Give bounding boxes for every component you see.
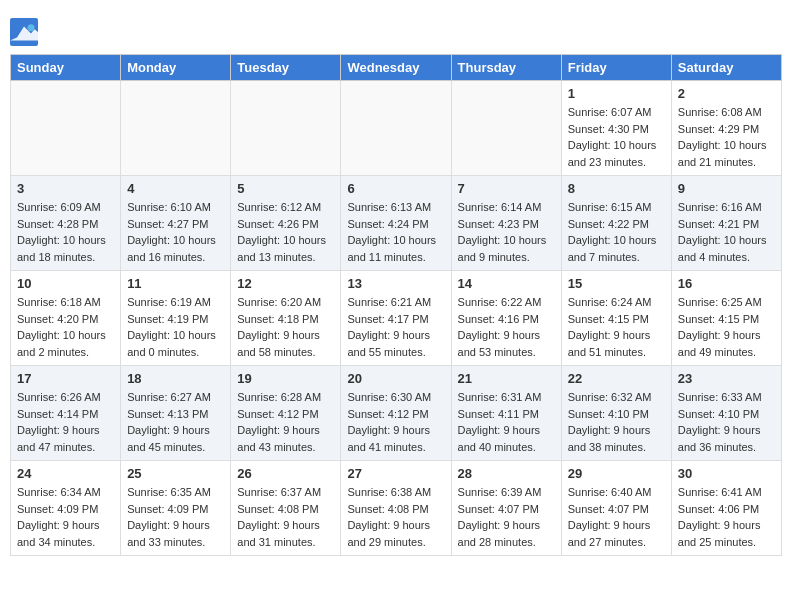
day-info: Sunrise: 6:33 AM Sunset: 4:10 PM Dayligh… [678, 389, 775, 455]
day-info: Sunrise: 6:30 AM Sunset: 4:12 PM Dayligh… [347, 389, 444, 455]
day-info: Sunrise: 6:41 AM Sunset: 4:06 PM Dayligh… [678, 484, 775, 550]
day-number: 2 [678, 86, 775, 101]
day-info: Sunrise: 6:15 AM Sunset: 4:22 PM Dayligh… [568, 199, 665, 265]
day-info: Sunrise: 6:12 AM Sunset: 4:26 PM Dayligh… [237, 199, 334, 265]
day-cell: 6Sunrise: 6:13 AM Sunset: 4:24 PM Daylig… [341, 176, 451, 271]
day-number: 16 [678, 276, 775, 291]
day-number: 19 [237, 371, 334, 386]
day-info: Sunrise: 6:40 AM Sunset: 4:07 PM Dayligh… [568, 484, 665, 550]
day-number: 27 [347, 466, 444, 481]
day-info: Sunrise: 6:21 AM Sunset: 4:17 PM Dayligh… [347, 294, 444, 360]
day-number: 11 [127, 276, 224, 291]
day-cell: 3Sunrise: 6:09 AM Sunset: 4:28 PM Daylig… [11, 176, 121, 271]
day-number: 15 [568, 276, 665, 291]
day-number: 28 [458, 466, 555, 481]
day-info: Sunrise: 6:08 AM Sunset: 4:29 PM Dayligh… [678, 104, 775, 170]
header-day-sunday: Sunday [11, 55, 121, 81]
header-day-wednesday: Wednesday [341, 55, 451, 81]
day-number: 29 [568, 466, 665, 481]
day-info: Sunrise: 6:16 AM Sunset: 4:21 PM Dayligh… [678, 199, 775, 265]
header-day-saturday: Saturday [671, 55, 781, 81]
day-info: Sunrise: 6:22 AM Sunset: 4:16 PM Dayligh… [458, 294, 555, 360]
day-cell: 30Sunrise: 6:41 AM Sunset: 4:06 PM Dayli… [671, 461, 781, 556]
day-cell: 17Sunrise: 6:26 AM Sunset: 4:14 PM Dayli… [11, 366, 121, 461]
header-day-thursday: Thursday [451, 55, 561, 81]
day-number: 1 [568, 86, 665, 101]
header [10, 10, 782, 46]
day-info: Sunrise: 6:18 AM Sunset: 4:20 PM Dayligh… [17, 294, 114, 360]
day-cell: 24Sunrise: 6:34 AM Sunset: 4:09 PM Dayli… [11, 461, 121, 556]
day-cell: 28Sunrise: 6:39 AM Sunset: 4:07 PM Dayli… [451, 461, 561, 556]
day-number: 13 [347, 276, 444, 291]
day-cell: 2Sunrise: 6:08 AM Sunset: 4:29 PM Daylig… [671, 81, 781, 176]
day-cell: 11Sunrise: 6:19 AM Sunset: 4:19 PM Dayli… [121, 271, 231, 366]
day-cell: 18Sunrise: 6:27 AM Sunset: 4:13 PM Dayli… [121, 366, 231, 461]
day-info: Sunrise: 6:32 AM Sunset: 4:10 PM Dayligh… [568, 389, 665, 455]
day-info: Sunrise: 6:38 AM Sunset: 4:08 PM Dayligh… [347, 484, 444, 550]
day-number: 4 [127, 181, 224, 196]
day-number: 18 [127, 371, 224, 386]
day-info: Sunrise: 6:34 AM Sunset: 4:09 PM Dayligh… [17, 484, 114, 550]
day-info: Sunrise: 6:35 AM Sunset: 4:09 PM Dayligh… [127, 484, 224, 550]
day-number: 30 [678, 466, 775, 481]
day-cell: 8Sunrise: 6:15 AM Sunset: 4:22 PM Daylig… [561, 176, 671, 271]
day-number: 21 [458, 371, 555, 386]
day-cell: 9Sunrise: 6:16 AM Sunset: 4:21 PM Daylig… [671, 176, 781, 271]
day-cell [231, 81, 341, 176]
day-cell: 1Sunrise: 6:07 AM Sunset: 4:30 PM Daylig… [561, 81, 671, 176]
day-cell: 7Sunrise: 6:14 AM Sunset: 4:23 PM Daylig… [451, 176, 561, 271]
day-cell: 14Sunrise: 6:22 AM Sunset: 4:16 PM Dayli… [451, 271, 561, 366]
day-info: Sunrise: 6:13 AM Sunset: 4:24 PM Dayligh… [347, 199, 444, 265]
day-info: Sunrise: 6:25 AM Sunset: 4:15 PM Dayligh… [678, 294, 775, 360]
day-cell [451, 81, 561, 176]
day-number: 9 [678, 181, 775, 196]
day-info: Sunrise: 6:37 AM Sunset: 4:08 PM Dayligh… [237, 484, 334, 550]
header-day-monday: Monday [121, 55, 231, 81]
day-number: 24 [17, 466, 114, 481]
day-cell: 29Sunrise: 6:40 AM Sunset: 4:07 PM Dayli… [561, 461, 671, 556]
day-info: Sunrise: 6:31 AM Sunset: 4:11 PM Dayligh… [458, 389, 555, 455]
day-cell: 16Sunrise: 6:25 AM Sunset: 4:15 PM Dayli… [671, 271, 781, 366]
day-cell: 23Sunrise: 6:33 AM Sunset: 4:10 PM Dayli… [671, 366, 781, 461]
day-info: Sunrise: 6:20 AM Sunset: 4:18 PM Dayligh… [237, 294, 334, 360]
week-row-1: 3Sunrise: 6:09 AM Sunset: 4:28 PM Daylig… [11, 176, 782, 271]
day-number: 3 [17, 181, 114, 196]
day-cell: 19Sunrise: 6:28 AM Sunset: 4:12 PM Dayli… [231, 366, 341, 461]
day-info: Sunrise: 6:14 AM Sunset: 4:23 PM Dayligh… [458, 199, 555, 265]
day-cell [341, 81, 451, 176]
day-number: 12 [237, 276, 334, 291]
day-cell: 10Sunrise: 6:18 AM Sunset: 4:20 PM Dayli… [11, 271, 121, 366]
day-cell: 20Sunrise: 6:30 AM Sunset: 4:12 PM Dayli… [341, 366, 451, 461]
day-number: 5 [237, 181, 334, 196]
header-day-friday: Friday [561, 55, 671, 81]
day-cell: 27Sunrise: 6:38 AM Sunset: 4:08 PM Dayli… [341, 461, 451, 556]
svg-point-2 [28, 24, 35, 31]
day-number: 14 [458, 276, 555, 291]
day-cell: 13Sunrise: 6:21 AM Sunset: 4:17 PM Dayli… [341, 271, 451, 366]
day-number: 17 [17, 371, 114, 386]
day-number: 25 [127, 466, 224, 481]
day-number: 8 [568, 181, 665, 196]
logo-icon [10, 18, 38, 46]
week-row-3: 17Sunrise: 6:26 AM Sunset: 4:14 PM Dayli… [11, 366, 782, 461]
day-cell: 25Sunrise: 6:35 AM Sunset: 4:09 PM Dayli… [121, 461, 231, 556]
header-row: SundayMondayTuesdayWednesdayThursdayFrid… [11, 55, 782, 81]
day-number: 20 [347, 371, 444, 386]
logo [10, 18, 42, 46]
day-info: Sunrise: 6:09 AM Sunset: 4:28 PM Dayligh… [17, 199, 114, 265]
calendar-table: SundayMondayTuesdayWednesdayThursdayFrid… [10, 54, 782, 556]
day-info: Sunrise: 6:24 AM Sunset: 4:15 PM Dayligh… [568, 294, 665, 360]
day-info: Sunrise: 6:07 AM Sunset: 4:30 PM Dayligh… [568, 104, 665, 170]
week-row-2: 10Sunrise: 6:18 AM Sunset: 4:20 PM Dayli… [11, 271, 782, 366]
day-cell: 5Sunrise: 6:12 AM Sunset: 4:26 PM Daylig… [231, 176, 341, 271]
day-number: 7 [458, 181, 555, 196]
day-info: Sunrise: 6:28 AM Sunset: 4:12 PM Dayligh… [237, 389, 334, 455]
day-cell [121, 81, 231, 176]
day-cell: 26Sunrise: 6:37 AM Sunset: 4:08 PM Dayli… [231, 461, 341, 556]
day-info: Sunrise: 6:19 AM Sunset: 4:19 PM Dayligh… [127, 294, 224, 360]
day-cell: 4Sunrise: 6:10 AM Sunset: 4:27 PM Daylig… [121, 176, 231, 271]
day-info: Sunrise: 6:39 AM Sunset: 4:07 PM Dayligh… [458, 484, 555, 550]
day-cell [11, 81, 121, 176]
day-number: 23 [678, 371, 775, 386]
day-info: Sunrise: 6:10 AM Sunset: 4:27 PM Dayligh… [127, 199, 224, 265]
